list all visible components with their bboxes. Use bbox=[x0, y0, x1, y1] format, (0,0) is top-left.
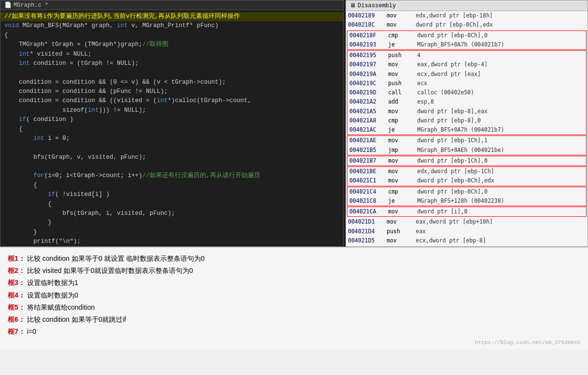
disasm-title: Disassembly bbox=[358, 2, 396, 9]
code-line: int i = 0; bbox=[0, 134, 343, 143]
disasm-row: 004021A8 cmp dword ptr [ebp-8],0 bbox=[347, 116, 586, 125]
disasm-row: 0040219A mov ecx,dword ptr [eax] bbox=[347, 70, 586, 79]
disasm-row: 0040219D call calloc (00402e50) bbox=[347, 88, 586, 97]
annotation-section: 框1： 比较 condition 如果等于0 就设置 临时数据表示整条语句为0 … bbox=[0, 247, 588, 349]
disasm-group-1: 0040218F cmp dword ptr [ebp-0Ch],0 00402… bbox=[347, 30, 587, 50]
disasm-row: 004021BE mov edx,dword ptr [ebp-1Ch] bbox=[347, 167, 586, 176]
disasm-table: 00402189 mov edx,dword ptr [ebp-18h] 004… bbox=[346, 11, 588, 246]
disasm-row: 00402193 je MGraph_BFS+0A7h (004021b7) bbox=[347, 40, 586, 49]
disasm-row: 0040219C push ecx bbox=[347, 79, 586, 88]
disasm-row: 004021AC je MGraph_BFS+0A7h (004021b7) bbox=[347, 125, 586, 135]
code-line: condition = condition && ((visited = (in… bbox=[0, 96, 343, 105]
code-line: { bbox=[0, 31, 343, 40]
annotation-line-2: 框2： 比较 visited 如果等于0就设置临时数据表示整条语句为0 bbox=[8, 265, 580, 277]
code-line: int* visited = NULL; bbox=[0, 50, 343, 59]
disasm-row: 00402189 mov edx,dword ptr [ebp-18h] bbox=[346, 11, 588, 20]
code-line: bfs(tGraph, v, visited, pFunc); bbox=[0, 153, 343, 162]
code-panel-titlebar: 📄 MGraph.c * bbox=[0, 0, 343, 10]
disasm-group-2: 00402195 push 4 00402197 mov eax,dword p… bbox=[347, 50, 587, 135]
code-line: { bbox=[0, 181, 343, 190]
disasm-row: 004021AE mov dword ptr [ebp-1Ch],1 bbox=[347, 136, 586, 145]
annotation-line-3: 框3： 设置临时数据为1 bbox=[8, 277, 580, 289]
disasm-titlebar: 🖥 Disassembly bbox=[346, 0, 588, 11]
disasm-row: 004021C1 mov dword ptr [ebp-0Ch],edx bbox=[347, 176, 586, 185]
disasm-row: 0040218F cmp dword ptr [ebp-0Ch],0 bbox=[347, 31, 586, 40]
disasm-group-3: 004021AE mov dword ptr [ebp-1Ch],1 00402… bbox=[347, 135, 587, 155]
annotation-line-4: 框4： 设置临时数据为0 bbox=[8, 289, 580, 301]
code-line: sizeof(int))) != NULL); bbox=[0, 106, 343, 115]
code-line: if( !visited[i] ) bbox=[0, 190, 343, 199]
code-panel: 📄 MGraph.c * //如果没有将i作为要遍历的行进队列,当前v行检测完,… bbox=[0, 0, 344, 247]
disasm-row: 004021B5 jmp MGraph_BFS+0AEh (004021be) bbox=[347, 146, 586, 155]
disasm-row: 004021D1 mov eax,dword ptr [ebp+10h] bbox=[346, 217, 588, 226]
code-panel-title: MGraph.c * bbox=[14, 2, 48, 9]
disasm-row: 004021D4 push eax bbox=[346, 227, 588, 236]
code-line: bfs(tGraph, i, visited, pFunc); bbox=[0, 209, 343, 218]
disasm-row: 004021B7 mov dword ptr [ebp-1Ch],0 bbox=[347, 156, 586, 165]
disasm-row: 004021C4 cmp dword ptr [ebp-0Ch],0 bbox=[347, 187, 586, 196]
code-line: //如果没有将i作为要遍历的行进队列,当前v行检测完,再从队列取元素循环同样操作 bbox=[0, 12, 343, 21]
disasm-row: 004021C8 je MGraph_BFS+128h (00402238) bbox=[347, 196, 586, 206]
disasm-row: 004021CA mov dword ptr [i],0 bbox=[347, 207, 586, 216]
disasm-row: 0040218C mov dword ptr [ebp-0Ch],edx bbox=[346, 20, 588, 30]
annotation-line-6: 框6： 比较 condition 如果等于0就跳过if bbox=[8, 314, 580, 326]
code-line: if( condition ) bbox=[0, 115, 343, 124]
code-line bbox=[0, 143, 343, 152]
disasm-row: 00402195 push 4 bbox=[347, 51, 586, 60]
disasm-group-7: 004021CA mov dword ptr [i],0 bbox=[347, 207, 587, 217]
disasm-group-4: 004021B7 mov dword ptr [ebp-1Ch],0 bbox=[347, 156, 587, 166]
annotation-line-5: 框5： 将结果赋值给condition bbox=[8, 301, 580, 314]
disasm-row: 00402197 mov eax,dword ptr [ebp-4] bbox=[347, 60, 586, 69]
code-line: } bbox=[0, 228, 343, 237]
code-line: int condition = (tGraph != NULL); bbox=[0, 59, 343, 68]
disasm-row: 004021A2 add esp,8 bbox=[347, 97, 586, 106]
disasm-row: 004021A5 mov dword ptr [ebp-8],eax bbox=[347, 107, 586, 116]
code-file-icon: 📄 bbox=[4, 1, 12, 9]
annotation-line-7: 框7： i=0 bbox=[8, 326, 580, 338]
code-content: //如果没有将i作为要遍历的行进队列,当前v行检测完,再从队列取元素循环同样操作… bbox=[0, 10, 343, 246]
code-line: TMGraph* tGraph = (TMGraph*)graph;//取得图 bbox=[0, 40, 343, 49]
code-line: printf("\n"); bbox=[0, 237, 343, 246]
disasm-panel: 🖥 Disassembly 00402189 mov edx,dword ptr… bbox=[346, 0, 588, 247]
code-line: condition = condition && (pFunc != NULL)… bbox=[0, 87, 343, 96]
watermark: https://blog.csdn.net/m0_37539645 bbox=[8, 340, 580, 345]
code-line: condition = condition && (0 <= v) && (v … bbox=[0, 78, 343, 87]
disasm-group-6: 004021C4 cmp dword ptr [ebp-0Ch],0 00402… bbox=[347, 187, 587, 207]
code-line: { bbox=[0, 200, 343, 209]
code-line bbox=[0, 162, 343, 171]
disasm-row: 004021D5 mov ecx,dword ptr [ebp-8] bbox=[346, 236, 588, 245]
code-line bbox=[0, 68, 343, 77]
disasm-group-5: 004021BE mov edx,dword ptr [ebp-1Ch] 004… bbox=[347, 166, 587, 186]
code-line: void MGraph_BFS(MGraph* graph, int v, MG… bbox=[0, 21, 343, 30]
annotation-line-1: 框1： 比较 condition 如果等于0 就设置 临时数据表示整条语句为0 bbox=[8, 253, 580, 265]
disasm-icon: 🖥 bbox=[350, 2, 356, 9]
code-line: } bbox=[0, 218, 343, 227]
code-line: for(i=0; i<tGraph->count; i++)//如果还有行没遍历… bbox=[0, 171, 343, 180]
disasm-row: 004021D8 push ecx bbox=[346, 245, 588, 246]
code-line: { bbox=[0, 125, 343, 134]
